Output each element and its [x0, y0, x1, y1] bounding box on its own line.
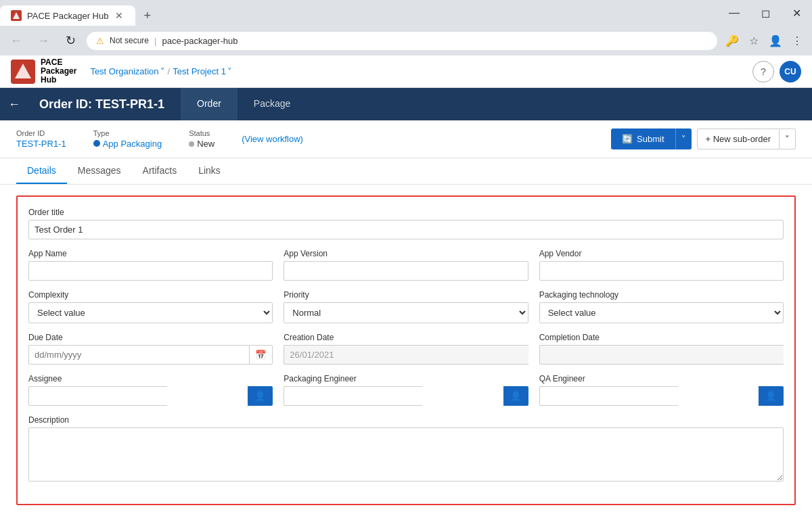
bookmark-icon-button[interactable]: ☆ — [744, 31, 763, 50]
creation-date-label: Creation Date — [284, 333, 528, 342]
order-title-input[interactable] — [28, 220, 784, 239]
app-content: PACE Packager Hub Test Organization ˅ / … — [0, 55, 812, 514]
due-date-calendar-button[interactable]: 📅 — [249, 345, 273, 365]
calendar-icon: 📅 — [255, 350, 267, 360]
assignee-field: 🔍 — [28, 386, 248, 406]
type-dot-icon — [93, 140, 100, 147]
qa-engineer-input[interactable] — [539, 386, 678, 406]
top-nav-right: ? CU — [752, 61, 801, 83]
due-date-group: Due Date 📅 — [28, 333, 273, 365]
order-tabs: Order Package — [181, 88, 307, 120]
completion-date-group: Completion Date — [539, 333, 784, 365]
creation-date-input — [284, 345, 528, 365]
lock-icon: ⚠ — [96, 36, 104, 46]
packaging-engineer-person-icon: 👤 — [510, 391, 522, 401]
new-suborder-chevron-icon: ˅ — [785, 134, 790, 144]
packaging-tech-select[interactable]: Select value MSI MSIX App-V — [539, 302, 784, 323]
priority-select[interactable]: Low Normal High Critical — [284, 302, 528, 323]
top-nav: PACE Packager Hub Test Organization ˅ / … — [0, 55, 812, 88]
submit-button-wrap: 🔄 Submit ˅ — [611, 128, 691, 149]
tab-artifacts[interactable]: Artifacts — [132, 158, 188, 184]
new-tab-button[interactable]: + — [138, 6, 156, 26]
back-arrow-icon: ← — [8, 97, 20, 112]
submit-chevron-icon: ˅ — [681, 134, 686, 144]
order-id-label: Order ID — [16, 129, 66, 137]
description-row: Description — [28, 415, 784, 484]
avatar-button[interactable]: CU — [780, 61, 801, 83]
project-breadcrumb[interactable]: Test Project 1 ˅ — [173, 66, 232, 76]
profile-icon-button[interactable]: 👤 — [766, 31, 785, 50]
assignee-label: Assignee — [28, 374, 273, 383]
packaging-engineer-input[interactable] — [284, 386, 422, 406]
packaging-engineer-person-button[interactable]: 👤 — [503, 386, 528, 406]
description-label: Description — [28, 415, 784, 425]
tab-details[interactable]: Details — [16, 158, 67, 184]
tab-close-button[interactable]: ✕ — [114, 10, 125, 21]
due-date-input[interactable] — [28, 345, 249, 365]
close-button[interactable]: ✕ — [781, 0, 812, 26]
tab-links[interactable]: Links — [187, 158, 231, 184]
address-separator: | — [154, 36, 156, 46]
qa-engineer-wrap: 🔍 👤 — [539, 386, 784, 406]
submit-icon: 🔄 — [622, 134, 633, 144]
order-header: ← Order ID: TEST-PR1-1 Order Package — [0, 88, 812, 120]
assignee-person-button[interactable]: 👤 — [248, 386, 273, 406]
app-version-input[interactable] — [284, 261, 528, 281]
app-vendor-input[interactable] — [539, 261, 784, 281]
submit-dropdown-button[interactable]: ˅ — [675, 128, 692, 149]
app-name-input[interactable] — [28, 261, 273, 281]
dates-row: Due Date 📅 Creation Date — [28, 333, 784, 365]
window-controls: — ◻ ✕ — [719, 0, 812, 26]
assignee-wrap: 🔍 👤 — [28, 386, 273, 406]
order-info-bar: Order ID TEST-PR1-1 Type App Packaging S… — [0, 120, 812, 158]
packaging-tech-label: Packaging technology — [539, 290, 784, 300]
app-version-label: App Version — [284, 249, 528, 258]
new-suborder-button[interactable]: + New sub-order — [697, 128, 780, 149]
order-title-label: Order title — [28, 208, 784, 217]
help-button[interactable]: ? — [752, 61, 774, 83]
org-breadcrumb[interactable]: Test Organization ˅ — [90, 66, 164, 76]
maximize-button[interactable]: ◻ — [750, 0, 781, 26]
order-id-group: Order ID TEST-PR1-1 — [16, 129, 66, 149]
menu-icon-button[interactable]: ⋮ — [788, 31, 807, 50]
org-chevron-icon: ˅ — [160, 66, 165, 76]
submit-button[interactable]: 🔄 Submit — [611, 128, 675, 149]
order-id-value: TEST-PR1-1 — [16, 139, 66, 149]
app-name-line1: PACE — [41, 58, 76, 67]
people-row: Assignee 🔍 👤 — [28, 374, 784, 406]
tab-title: PACE Packager Hub — [27, 11, 108, 21]
tab-package[interactable]: Package — [238, 88, 307, 120]
packaging-engineer-group: Packaging Engineer 🔍 👤 — [284, 374, 528, 406]
action-buttons: 🔄 Submit ˅ + New sub-order ˅ — [611, 128, 796, 149]
app-logo — [11, 60, 35, 84]
logo-area: PACE Packager Hub — [11, 58, 76, 85]
app-version-group: App Version — [284, 249, 528, 281]
forward-nav-button[interactable]: → — [32, 30, 54, 51]
browser-tab[interactable]: PACE Packager Hub ✕ — [0, 5, 135, 26]
qa-engineer-person-button[interactable]: 👤 — [759, 386, 784, 406]
tab-order[interactable]: Order — [181, 88, 238, 120]
order-title-row: Order title — [28, 208, 784, 239]
order-type-label: Type — [93, 129, 162, 137]
app-vendor-label: App Vendor — [539, 249, 784, 258]
back-nav-button[interactable]: ← — [5, 30, 27, 51]
back-button[interactable]: ← — [0, 88, 28, 120]
reload-button[interactable]: ↻ — [60, 30, 81, 51]
creation-date-group: Creation Date — [284, 333, 528, 365]
assignee-person-icon: 👤 — [254, 391, 266, 401]
completion-date-wrap — [539, 345, 784, 365]
description-textarea[interactable] — [28, 427, 784, 482]
key-icon-button[interactable]: 🔑 — [723, 31, 742, 50]
view-workflow-link[interactable]: (View workflow) — [242, 134, 303, 144]
complexity-select[interactable]: Select value Low Medium High — [28, 302, 273, 323]
address-input[interactable] — [162, 36, 708, 46]
complexity-label: Complexity — [28, 290, 273, 300]
priority-label: Priority — [284, 290, 528, 300]
assignee-input[interactable] — [28, 386, 167, 406]
minimize-button[interactable]: — — [719, 0, 750, 26]
tab-messages[interactable]: Messages — [67, 158, 132, 184]
priority-group: Priority Low Normal High Critical — [284, 290, 528, 323]
new-suborder-dropdown-button[interactable]: ˅ — [780, 128, 796, 149]
due-date-wrap: 📅 — [28, 345, 273, 365]
breadcrumb-separator: / — [168, 66, 171, 76]
